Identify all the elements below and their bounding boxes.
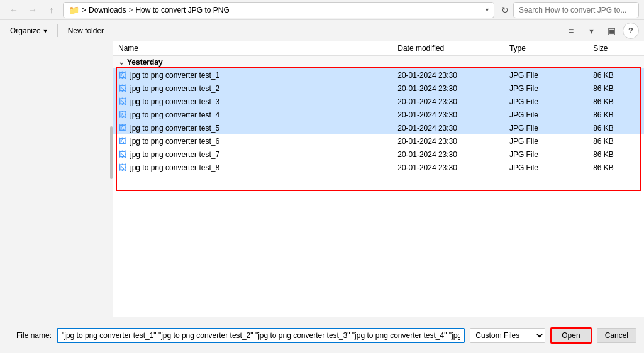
file-date: 20-01-2024 23:30	[392, 95, 504, 108]
file-name-cell: 🖼 jpg to png converter test_4	[113, 108, 392, 121]
file-icon: 🖼	[118, 97, 126, 106]
up-button[interactable]: ↑	[43, 1, 60, 19]
title-bar: ← → ↑ 📁 > Downloads > How to convert JPG…	[0, 0, 644, 20]
file-size: 86 KB	[588, 82, 644, 95]
refresh-button[interactable]: ↻	[497, 2, 513, 18]
file-type: JPG File	[504, 95, 588, 108]
file-type: JPG File	[504, 148, 588, 161]
file-date: 20-01-2024 23:30	[392, 148, 504, 161]
col-size[interactable]: Size	[588, 41, 644, 56]
file-size: 86 KB	[588, 68, 644, 82]
file-icon: 🖼	[118, 84, 126, 93]
pane-button[interactable]: ▣	[602, 22, 620, 40]
file-name: jpg to png converter test_7	[130, 150, 219, 159]
organize-button[interactable]: Organize ▾	[5, 24, 52, 38]
file-date: 20-01-2024 23:30	[392, 68, 504, 82]
file-name: jpg to png converter test_1	[130, 71, 219, 80]
file-name-cell: 🖼 jpg to png converter test_7	[113, 148, 392, 161]
file-name-cell: 🖼 jpg to png converter test_3	[113, 95, 392, 108]
table-header: Name Date modified Type Size	[113, 41, 644, 56]
new-folder-label: New folder	[68, 26, 104, 35]
file-date: 20-01-2024 23:30	[392, 82, 504, 95]
file-name: jpg to png converter test_6	[130, 137, 219, 146]
table-row[interactable]: 🖼 jpg to png converter test_3 20-01-2024…	[113, 95, 644, 108]
col-date[interactable]: Date modified	[392, 41, 504, 56]
search-input[interactable]	[513, 2, 639, 18]
nav-controls: ← → ↑	[5, 1, 60, 19]
file-type: JPG File	[504, 68, 588, 82]
file-name: jpg to png converter test_2	[130, 84, 219, 93]
col-name[interactable]: Name	[113, 41, 392, 56]
file-size: 86 KB	[588, 148, 644, 161]
view-dropdown-button[interactable]: ▾	[582, 22, 600, 40]
cancel-button[interactable]: Cancel	[597, 328, 636, 343]
table-row[interactable]: 🖼 jpg to png converter test_1 20-01-2024…	[113, 68, 644, 82]
file-name: jpg to png converter test_4	[130, 111, 219, 119]
breadcrumb-sep: >	[128, 6, 133, 14]
sidebar-scroll-indicator	[110, 126, 113, 179]
file-name-cell: 🖼 jpg to png converter test_1	[113, 68, 392, 82]
file-type: JPG File	[504, 82, 588, 95]
file-date: 20-01-2024 23:30	[392, 108, 504, 121]
view-list-button[interactable]: ≡	[562, 22, 580, 40]
file-name: jpg to png converter test_3	[130, 97, 219, 106]
new-folder-button[interactable]: New folder	[63, 24, 109, 38]
breadcrumb-part1: Downloads	[89, 6, 126, 14]
file-name: jpg to png converter test_8	[130, 163, 219, 172]
file-size: 86 KB	[588, 108, 644, 121]
file-icon: 🖼	[118, 149, 126, 159]
table-row[interactable]: 🖼 jpg to png converter test_7 20-01-2024…	[113, 148, 644, 161]
toolbar-separator	[57, 24, 58, 37]
file-name-cell: 🖼 jpg to png converter test_2	[113, 82, 392, 95]
file-type: JPG File	[504, 161, 588, 174]
main-container: Name Date modified Type Size ⌄Yesterday …	[0, 41, 644, 317]
file-size: 86 KB	[588, 121, 644, 134]
file-icon: 🖼	[118, 70, 126, 80]
sidebar	[0, 41, 113, 317]
file-icon: 🖼	[118, 163, 126, 172]
table-row[interactable]: 🖼 jpg to png converter test_5 20-01-2024…	[113, 121, 644, 134]
file-type: JPG File	[504, 108, 588, 121]
folder-icon: 📁	[69, 5, 79, 15]
file-name-cell: 🖼 jpg to png converter test_5	[113, 121, 392, 134]
breadcrumb-dropdown-icon[interactable]: ▾	[486, 6, 489, 13]
file-list-body: ⌄Yesterday 🖼 jpg to png converter test_1…	[113, 56, 644, 175]
col-type[interactable]: Type	[504, 41, 588, 56]
file-size: 86 KB	[588, 95, 644, 108]
forward-button[interactable]: →	[24, 1, 42, 19]
file-size: 86 KB	[588, 161, 644, 174]
breadcrumb[interactable]: 📁 > Downloads > How to convert JPG to PN…	[63, 2, 494, 18]
file-name-cell: 🖼 jpg to png converter test_8	[113, 161, 392, 174]
organize-dropdown-icon: ▾	[43, 26, 47, 35]
back-button[interactable]: ←	[5, 1, 23, 19]
organize-label: Organize	[10, 26, 41, 35]
filename-row: File name: Custom FilesJPG FilesPNG File…	[8, 327, 636, 344]
toolbar: Organize ▾ New folder ≡ ▾ ▣ ?	[0, 20, 644, 41]
file-type: JPG File	[504, 134, 588, 148]
table-row[interactable]: 🖼 jpg to png converter test_6 20-01-2024…	[113, 134, 644, 148]
file-date: 20-01-2024 23:30	[392, 134, 504, 148]
file-area[interactable]: Name Date modified Type Size ⌄Yesterday …	[113, 41, 644, 317]
open-button[interactable]: Open	[550, 327, 591, 344]
file-date: 20-01-2024 23:30	[392, 161, 504, 174]
table-row[interactable]: 🖼 jpg to png converter test_8 20-01-2024…	[113, 161, 644, 174]
file-type-select[interactable]: Custom FilesJPG FilesPNG FilesAll Files	[470, 328, 545, 343]
help-button[interactable]: ?	[623, 23, 639, 39]
table-row[interactable]: 🖼 jpg to png converter test_2 20-01-2024…	[113, 82, 644, 95]
file-name: jpg to png converter test_5	[130, 124, 219, 133]
file-type: JPG File	[504, 121, 588, 134]
group-header: ⌄Yesterday	[113, 56, 644, 69]
file-icon: 🖼	[118, 136, 126, 146]
file-name-input[interactable]	[57, 328, 465, 343]
file-name-cell: 🖼 jpg to png converter test_6	[113, 134, 392, 148]
toolbar-right: ≡ ▾ ▣ ?	[562, 22, 639, 40]
breadcrumb-part2: How to convert JPG to PNG	[135, 6, 229, 14]
file-name-label: File name:	[8, 331, 52, 340]
file-date: 20-01-2024 23:30	[392, 121, 504, 134]
file-size: 86 KB	[588, 134, 644, 148]
table-row[interactable]: 🖼 jpg to png converter test_4 20-01-2024…	[113, 108, 644, 121]
file-icon: 🖼	[118, 123, 126, 133]
file-icon: 🖼	[118, 110, 126, 119]
bottom-bar: File name: Custom FilesJPG FilesPNG File…	[0, 317, 644, 353]
breadcrumb-text: >	[82, 6, 86, 14]
